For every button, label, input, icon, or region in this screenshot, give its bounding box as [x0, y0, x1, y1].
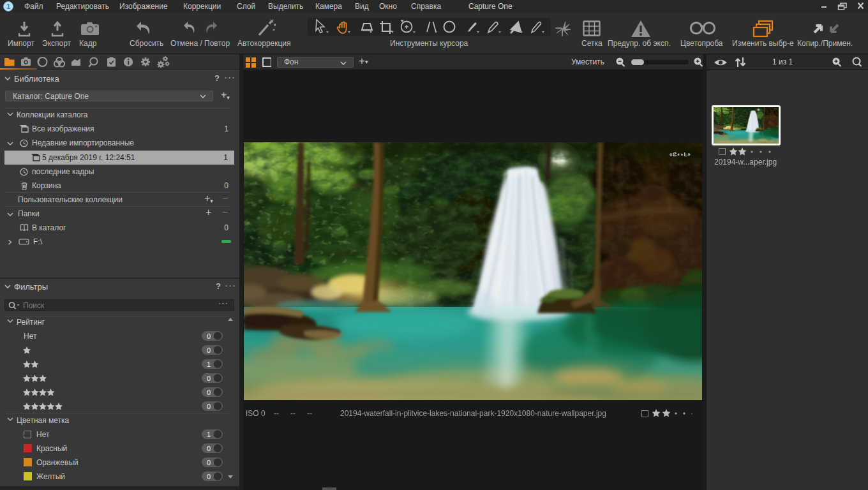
svg-text:1: 1: [207, 431, 211, 438]
svg-text:0: 0: [207, 445, 211, 452]
svg-text:0: 0: [207, 473, 211, 480]
svg-text:0: 0: [207, 332, 211, 340]
svg-text:0: 0: [207, 375, 211, 382]
svg-text:0: 0: [207, 403, 211, 410]
svg-text:0: 0: [207, 389, 211, 396]
svg-text:1: 1: [6, 3, 10, 10]
svg-text:0: 0: [207, 346, 211, 354]
svg-text:0: 0: [207, 459, 211, 466]
svg-text:1: 1: [207, 360, 211, 368]
